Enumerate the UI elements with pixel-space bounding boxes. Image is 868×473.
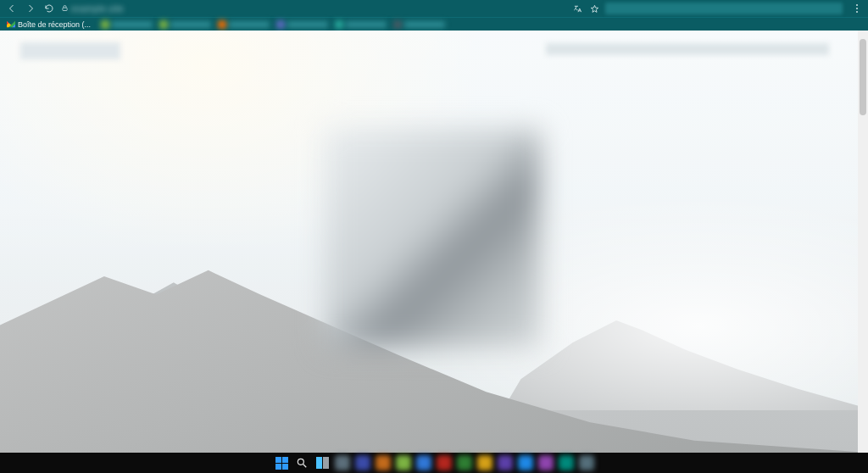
taskbar-app[interactable] bbox=[355, 455, 370, 470]
windows-logo-icon bbox=[275, 457, 288, 470]
page-viewport bbox=[0, 31, 868, 453]
search-button[interactable] bbox=[294, 455, 309, 470]
bookmark-item[interactable] bbox=[390, 20, 448, 29]
address-text: example.site bbox=[71, 4, 124, 14]
task-view-icon bbox=[316, 457, 329, 469]
back-button[interactable] bbox=[5, 2, 19, 15]
extensions-area bbox=[605, 3, 843, 14]
address-bar[interactable]: example.site bbox=[61, 4, 124, 14]
site-logo[interactable] bbox=[20, 42, 120, 59]
active-tab[interactable]: Boîte de réception (... bbox=[3, 20, 94, 29]
svg-marker-1 bbox=[591, 5, 598, 12]
taskbar-app[interactable] bbox=[416, 455, 431, 470]
browser-menu-button[interactable] bbox=[851, 4, 863, 13]
hero-card bbox=[325, 129, 540, 348]
taskbar-app[interactable] bbox=[457, 455, 472, 470]
gmail-icon bbox=[7, 20, 15, 29]
reload-button[interactable] bbox=[42, 2, 56, 15]
browser-chrome: example.site Boîte de réception (... bbox=[0, 0, 868, 31]
svg-line-3 bbox=[303, 465, 307, 468]
taskbar-app[interactable] bbox=[396, 455, 411, 470]
taskbar-app[interactable] bbox=[538, 455, 554, 470]
windows-taskbar bbox=[0, 453, 868, 473]
task-view-button[interactable] bbox=[314, 455, 330, 470]
translate-icon[interactable] bbox=[571, 3, 583, 14]
tab-title: Boîte de réception (... bbox=[18, 20, 91, 29]
bookmark-item[interactable] bbox=[273, 20, 331, 29]
lock-icon bbox=[61, 4, 69, 14]
start-button[interactable] bbox=[274, 455, 289, 470]
taskbar-app[interactable] bbox=[376, 455, 391, 470]
bookmark-star-icon[interactable] bbox=[588, 3, 600, 14]
taskbar-app[interactable] bbox=[559, 455, 574, 470]
site-nav[interactable] bbox=[546, 43, 829, 55]
taskbar-app[interactable] bbox=[335, 455, 350, 470]
vertical-scrollbar[interactable] bbox=[858, 31, 868, 453]
bookmark-item[interactable] bbox=[331, 20, 390, 29]
taskbar-app[interactable] bbox=[579, 455, 594, 470]
taskbar-app[interactable] bbox=[498, 455, 513, 470]
browser-toolbar: example.site bbox=[0, 0, 868, 17]
taskbar-app[interactable] bbox=[518, 455, 533, 470]
bookmarks-bar: Boîte de réception (... bbox=[0, 17, 868, 31]
taskbar-app[interactable] bbox=[477, 455, 492, 470]
svg-rect-0 bbox=[63, 8, 67, 10]
taskbar-app[interactable] bbox=[437, 455, 452, 470]
bookmark-item[interactable] bbox=[214, 20, 273, 29]
bookmark-item[interactable] bbox=[97, 20, 156, 29]
forward-button[interactable] bbox=[24, 2, 37, 15]
svg-point-2 bbox=[298, 459, 303, 465]
scrollbar-thumb[interactable] bbox=[860, 39, 866, 115]
bookmark-item[interactable] bbox=[156, 20, 214, 29]
